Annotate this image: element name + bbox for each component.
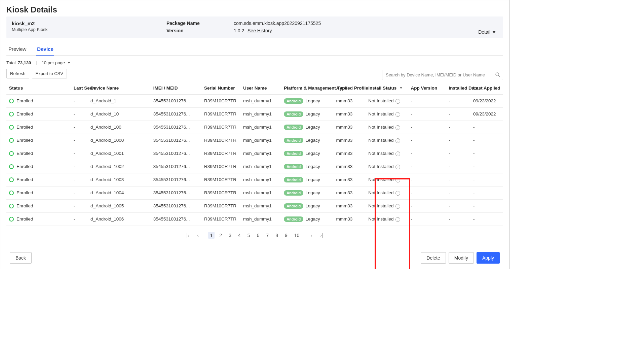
cell-device-name: d_Android_1003 bbox=[88, 173, 151, 186]
table-row[interactable]: Enrolled-d_Android_10043545531001276...R… bbox=[6, 186, 503, 199]
cell-last-seen: - bbox=[71, 147, 88, 160]
info-icon[interactable]: i bbox=[395, 165, 400, 169]
refresh-button[interactable]: Refresh bbox=[6, 69, 29, 78]
cell-profile: mmm33 bbox=[334, 212, 366, 226]
col-installed-date[interactable]: Installed Date bbox=[446, 82, 470, 95]
cell-installed-date: - bbox=[446, 186, 470, 199]
col-user[interactable]: User Name bbox=[240, 82, 281, 95]
page-3[interactable]: 3 bbox=[227, 232, 233, 239]
status-text: Enrolled bbox=[16, 177, 33, 182]
col-device-name[interactable]: Device Name bbox=[88, 82, 151, 95]
total-value: 73,130 bbox=[17, 60, 31, 65]
back-button[interactable]: Back bbox=[10, 252, 32, 264]
page-next[interactable]: › bbox=[308, 232, 315, 239]
cell-last-applied: - bbox=[470, 212, 503, 226]
cell-device-name: d_Android_1002 bbox=[88, 160, 151, 173]
kiosk-type: Multiple App Kiosk bbox=[12, 27, 166, 32]
cell-user: msh_dummy1 bbox=[240, 199, 281, 212]
cell-app-version: - bbox=[408, 173, 446, 186]
page-8[interactable]: 8 bbox=[273, 232, 280, 239]
status-text: Enrolled bbox=[16, 164, 33, 169]
page-prev[interactable]: ‹ bbox=[195, 232, 201, 239]
cell-last-seen: - bbox=[71, 160, 88, 173]
tab-device[interactable]: Device bbox=[36, 44, 54, 55]
info-icon[interactable]: i bbox=[395, 125, 400, 130]
platform-badge: Android bbox=[284, 151, 303, 156]
export-csv-button[interactable]: Export to CSV bbox=[32, 69, 67, 78]
status-indicator-icon bbox=[9, 125, 14, 130]
col-platform[interactable]: Platform & Management Type bbox=[281, 82, 333, 95]
info-icon[interactable]: i bbox=[395, 217, 400, 222]
page-5[interactable]: 5 bbox=[245, 232, 252, 239]
svg-line-1 bbox=[498, 75, 500, 77]
info-icon[interactable]: i bbox=[395, 191, 400, 196]
version-row: 1.0.2 See History bbox=[234, 28, 498, 33]
col-last-applied[interactable]: Last Applied bbox=[470, 82, 503, 95]
page-2[interactable]: 2 bbox=[217, 232, 224, 239]
cell-profile: mmm33 bbox=[334, 173, 366, 186]
info-icon[interactable]: i bbox=[395, 178, 400, 182]
search-icon[interactable] bbox=[495, 72, 500, 78]
info-icon[interactable]: i bbox=[395, 112, 400, 117]
table-row[interactable]: Enrolled-d_Android_10033545531001276...R… bbox=[6, 173, 503, 186]
table-row[interactable]: Enrolled-d_Android_10053545531001276...R… bbox=[6, 199, 503, 212]
table-row[interactable]: Enrolled-d_Android_103545531001276...R39… bbox=[6, 107, 503, 121]
page-6[interactable]: 6 bbox=[255, 232, 262, 239]
cell-last-applied: 09/23/2022 bbox=[470, 94, 503, 107]
apply-button[interactable]: Apply bbox=[477, 252, 500, 264]
cell-platform: AndroidLegacy bbox=[281, 212, 333, 226]
page-7[interactable]: 7 bbox=[264, 232, 271, 239]
col-serial[interactable]: Serial Number bbox=[201, 82, 240, 95]
page-1[interactable]: 1 bbox=[208, 232, 215, 239]
filter-icon[interactable] bbox=[399, 86, 403, 91]
cell-imei: 3545531001276... bbox=[151, 173, 201, 186]
page-first[interactable]: |‹ bbox=[184, 232, 191, 239]
cell-user: msh_dummy1 bbox=[240, 107, 281, 121]
svg-point-0 bbox=[496, 73, 499, 76]
col-profile[interactable]: Applied Profile bbox=[334, 82, 366, 95]
col-last-seen[interactable]: Last Seen bbox=[71, 82, 88, 95]
per-page-dropdown[interactable]: 10 per page bbox=[42, 60, 70, 65]
table-row[interactable]: Enrolled-d_Android_10003545531001276...R… bbox=[6, 134, 503, 147]
table-row[interactable]: Enrolled-d_Android_10013545531001276...R… bbox=[6, 147, 503, 160]
page-4[interactable]: 4 bbox=[236, 232, 243, 239]
col-status[interactable]: Status bbox=[6, 82, 71, 95]
detail-toggle[interactable]: Detail bbox=[478, 29, 496, 35]
status-text: Enrolled bbox=[16, 151, 33, 156]
cell-device-name: d_Android_1001 bbox=[88, 147, 151, 160]
info-icon[interactable]: i bbox=[395, 151, 400, 156]
info-icon[interactable]: i bbox=[395, 99, 400, 104]
status-indicator-icon bbox=[9, 138, 14, 143]
page-9[interactable]: 9 bbox=[283, 232, 290, 239]
cell-device-name: d_Android_1 bbox=[88, 94, 151, 107]
cell-device-name: d_Android_1000 bbox=[88, 134, 151, 147]
detail-label: Detail bbox=[478, 29, 490, 35]
page-10[interactable]: 10 bbox=[292, 232, 302, 239]
cell-user: msh_dummy1 bbox=[240, 121, 281, 134]
col-install-status[interactable]: Install Status bbox=[366, 82, 408, 95]
see-history-link[interactable]: See History bbox=[248, 28, 272, 33]
cell-platform: AndroidLegacy bbox=[281, 107, 333, 121]
status-indicator-icon bbox=[9, 112, 14, 116]
cell-last-seen: - bbox=[71, 134, 88, 147]
cell-user: msh_dummy1 bbox=[240, 186, 281, 199]
info-icon[interactable]: i bbox=[395, 138, 400, 143]
delete-button[interactable]: Delete bbox=[421, 252, 446, 264]
table-row[interactable]: Enrolled-d_Android_13545531001276...R39M… bbox=[6, 94, 503, 107]
table-row[interactable]: Enrolled-d_Android_10063545531001276...R… bbox=[6, 212, 503, 226]
cell-install-status: Not Installedi bbox=[366, 160, 408, 173]
tab-preview[interactable]: Preview bbox=[8, 44, 27, 55]
search-input[interactable] bbox=[382, 70, 503, 80]
page-last[interactable]: ›| bbox=[318, 232, 325, 239]
table-row[interactable]: Enrolled-d_Android_1003545531001276...R3… bbox=[6, 121, 503, 134]
cell-profile: mmm33 bbox=[334, 134, 366, 147]
status-indicator-icon bbox=[9, 177, 14, 182]
modify-button[interactable]: Modify bbox=[449, 252, 474, 264]
table-row[interactable]: Enrolled-d_Android_10023545531001276...R… bbox=[6, 160, 503, 173]
info-icon[interactable]: i bbox=[395, 204, 400, 209]
cell-platform: AndroidLegacy bbox=[281, 160, 333, 173]
col-app-version[interactable]: App Version bbox=[408, 82, 446, 95]
col-imei[interactable]: IMEI / MEID bbox=[151, 82, 201, 95]
cell-last-seen: - bbox=[71, 186, 88, 199]
status-indicator-icon bbox=[9, 191, 14, 195]
